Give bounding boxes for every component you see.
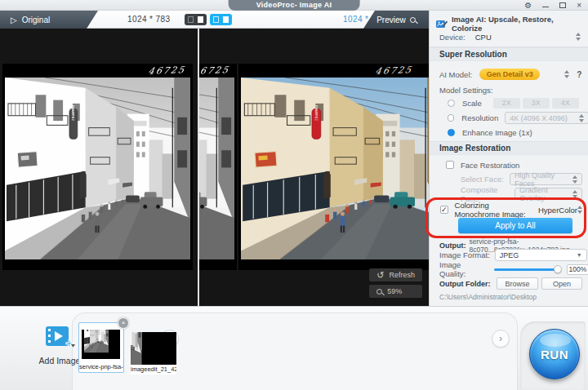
view-toggle-group: [185, 14, 232, 25]
quality-slider[interactable]: [494, 268, 559, 271]
scale-4x-button[interactable]: 4X: [552, 98, 579, 109]
photo-watermark: 46725: [147, 64, 186, 77]
browse-button[interactable]: Browse: [497, 277, 538, 290]
colorize-label: Colorizing Monochrome Image:: [455, 201, 532, 219]
zoom-level: 59%: [387, 287, 402, 295]
remove-thumbnail-icon[interactable]: ×: [118, 317, 129, 329]
zoom-level-button[interactable]: 59%: [369, 285, 422, 298]
settings-gear-icon[interactable]: ⚙: [524, 0, 532, 11]
face-restoration-checkbox[interactable]: [446, 161, 454, 169]
next-thumbnails-button[interactable]: ›: [492, 330, 510, 348]
settings-panel: Image AI: Upscale, Restore, Colorize Dev…: [429, 11, 588, 306]
ai-model-label: AI Model:: [439, 70, 472, 79]
face-restoration-label: Face Restoration: [461, 161, 519, 170]
app-window: VideoProc- Image AI ⚙ × ▷ Original 1024 …: [0, 0, 588, 390]
run-button[interactable]: RUN: [529, 329, 580, 379]
maximize-icon[interactable]: [559, 2, 566, 8]
ai-model-spinner[interactable]: [564, 70, 569, 78]
apply-to-all-button[interactable]: Apply to All: [458, 218, 572, 233]
scale-3x-button[interactable]: 3X: [523, 98, 550, 109]
resolution-dropdown[interactable]: 4K (4096 X 4096): [505, 112, 588, 124]
image-format-label: Image Format:: [439, 250, 490, 259]
colorize-checkbox[interactable]: ✓: [440, 206, 448, 214]
select-face-dropdown[interactable]: High Quality Faces: [510, 173, 582, 185]
minimize-icon[interactable]: [542, 7, 549, 7]
slider-thumb[interactable]: [554, 265, 562, 273]
section-image-restoration: Image Restoration: [430, 141, 588, 155]
preview-pane-original: 46725: [0, 29, 198, 306]
section-super-resolution: Super Resolution: [430, 47, 588, 61]
device-spinner[interactable]: [576, 33, 581, 41]
image-quality-label: Image Quality:: [439, 260, 488, 278]
play-icon: ▷: [11, 16, 17, 24]
enhance-radio[interactable]: [448, 129, 455, 136]
preview-pane-result: 46725 46725 ↺ Refresh 59%: [199, 29, 429, 306]
scale-2x-button[interactable]: 2X: [493, 98, 520, 109]
thumbnail-label: imageedit_21_42: [131, 365, 176, 374]
output-folder-label: Output Folder:: [439, 280, 491, 288]
device-label: Device:: [439, 33, 466, 42]
colorized-photo: 46725: [238, 64, 429, 270]
colorize-value[interactable]: HyperColor: [538, 206, 577, 215]
add-image-icon: +: [44, 325, 75, 349]
photo-watermark: 46725: [374, 64, 413, 77]
original-photo-sliver: 46725: [199, 64, 237, 270]
titlebar: VideoProc- Image AI ⚙ ×: [0, 0, 588, 11]
svg-text:+: +: [65, 336, 73, 349]
single-view-toggle-icon[interactable]: [185, 14, 207, 25]
refresh-button[interactable]: ↺ Refresh: [369, 268, 422, 281]
ai-model-value[interactable]: Gen Detail v3: [479, 69, 540, 80]
image-format-dropdown[interactable]: JPEG ▼: [495, 249, 587, 261]
quality-value: 100%: [567, 264, 588, 275]
thumbnail-image: [82, 330, 120, 359]
refresh-icon: ↺: [376, 272, 384, 279]
model-settings-label: Model Settings:: [439, 86, 492, 95]
composite-face-dropdown[interactable]: Gradient Overlay: [514, 188, 582, 200]
scale-label: Scale: [462, 99, 482, 108]
resolution-radio[interactable]: [448, 114, 454, 122]
preview-toolbar: ▷ Original 1024 * 783 1024 * 783 Preview: [0, 11, 429, 29]
bottom-bar: + Add Image ‹ service-pnp-fsa-8 × imagee…: [0, 306, 588, 390]
split-view-toggle-icon[interactable]: [210, 14, 232, 25]
tab-original[interactable]: ▷ Original: [0, 11, 98, 29]
open-button[interactable]: Open: [541, 277, 582, 290]
thumbnail-selected[interactable]: service-pnp-fsa-8 ×: [78, 322, 124, 373]
original-photo: 46725: [2, 64, 193, 270]
resolution-label: Resolution: [461, 113, 498, 122]
scale-radio[interactable]: [448, 100, 455, 107]
thumbnail-item[interactable]: imageedit_21_42: [131, 332, 176, 374]
thumbnail-label: service-pnp-fsa-8: [79, 362, 123, 371]
zoom-icon: [376, 289, 382, 295]
magnifier-icon: [410, 17, 416, 23]
colorize-spinner[interactable]: [577, 206, 582, 214]
enhance-label: Enhance Image (1x): [462, 128, 532, 137]
dropdown-caret-icon: ▼: [577, 252, 582, 258]
thumbnail-image: [131, 332, 176, 366]
window-title: VideoProc- Image AI: [229, 0, 360, 11]
select-face-label: Select Face:: [461, 175, 504, 184]
help-icon[interactable]: ?: [577, 70, 581, 79]
preview-button[interactable]: Preview: [363, 11, 429, 29]
image-ai-icon: [436, 20, 448, 29]
device-value: CPU: [475, 33, 492, 42]
close-icon[interactable]: ×: [577, 0, 581, 11]
preview-area: 46725 46725 46725 ↺: [0, 29, 429, 306]
output-folder-path: C:\Users\Administrator\Desktop: [439, 293, 537, 301]
original-size-label: 1024 * 783: [127, 11, 170, 29]
